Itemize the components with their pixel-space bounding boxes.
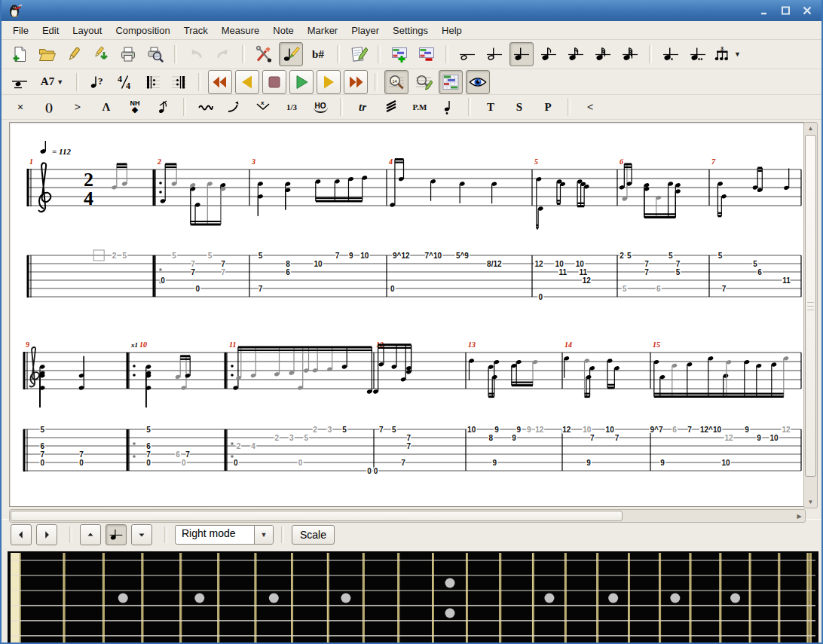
- tremolo-picking-button[interactable]: [378, 96, 404, 118]
- score-canvas[interactable]: = 1122412525770577035786107910409^127^10…: [9, 122, 804, 507]
- double-dotted-note-button[interactable]: [686, 42, 710, 66]
- accent-button[interactable]: >: [65, 96, 90, 118]
- titlebar[interactable]: [2, 0, 821, 21]
- open-file-button[interactable]: [35, 42, 59, 66]
- fretboard-panel[interactable]: [2, 550, 821, 644]
- export-button[interactable]: [89, 42, 113, 66]
- duration-whole-button[interactable]: [455, 42, 479, 66]
- duration-eighth-button[interactable]: [537, 42, 561, 66]
- staccato-button[interactable]: [436, 96, 461, 118]
- duration-button[interactable]: [106, 524, 127, 545]
- caret-duration-button[interactable]: [8, 70, 32, 94]
- menu-composition[interactable]: Composition: [109, 23, 176, 38]
- menu-marker[interactable]: Marker: [301, 23, 344, 38]
- menu-layout[interactable]: Layout: [66, 23, 109, 38]
- previous-button[interactable]: [235, 70, 259, 94]
- menu-edit[interactable]: Edit: [35, 23, 66, 38]
- stop-button[interactable]: [262, 70, 286, 94]
- mode-select[interactable]: Right mode ▼: [175, 525, 274, 545]
- heavy-accent-button[interactable]: Λ: [93, 96, 119, 118]
- svg-text:11: 11: [580, 268, 588, 276]
- natural-harmonic-button[interactable]: NH◆: [122, 96, 148, 118]
- menu-measure[interactable]: Measure: [215, 23, 267, 38]
- caret-right-button[interactable]: [36, 524, 57, 545]
- string-up-button[interactable]: [80, 524, 101, 545]
- repeat-close-button[interactable]: [167, 70, 191, 94]
- chevron-down-icon[interactable]: ▼: [254, 526, 273, 544]
- svg-text:0: 0: [234, 459, 238, 467]
- fade-in-button[interactable]: <: [577, 96, 603, 118]
- svg-text:6: 6: [620, 157, 623, 166]
- string-down-button[interactable]: [131, 524, 152, 545]
- remove-track-button[interactable]: [415, 42, 439, 66]
- add-track-button[interactable]: [387, 42, 412, 66]
- svg-text:2: 2: [237, 442, 241, 450]
- menu-player[interactable]: Player: [344, 23, 386, 38]
- tuplet-button[interactable]: 3▼: [713, 42, 742, 66]
- fretboard-visible-toggle[interactable]: [466, 70, 490, 94]
- svg-text:3: 3: [251, 157, 255, 166]
- vertical-scrollbar[interactable]: ▲ ——— ▼: [803, 122, 818, 508]
- horizontal-scrollbar[interactable]: ▶: [9, 509, 806, 523]
- svg-text:0: 0: [374, 467, 378, 475]
- vibrato-button[interactable]: [193, 96, 219, 118]
- vertical-scroll-thumb[interactable]: ———: [805, 135, 816, 477]
- new-file-button[interactable]: [8, 42, 32, 66]
- tempo-button[interactable]: ?: [86, 70, 110, 94]
- popping-button[interactable]: P: [535, 96, 561, 118]
- menu-note[interactable]: Note: [266, 23, 300, 38]
- svg-text:9: 9: [494, 426, 499, 434]
- print-button[interactable]: [116, 42, 140, 66]
- song-properties-button[interactable]: [347, 42, 371, 66]
- dotted-note-button[interactable]: [659, 42, 683, 66]
- go-first-button[interactable]: [208, 70, 232, 94]
- close-icon[interactable]: [799, 4, 815, 17]
- slapping-button[interactable]: S: [506, 96, 532, 118]
- print-preview-button[interactable]: [143, 42, 167, 66]
- horizontal-scroll-thumb[interactable]: [11, 511, 623, 521]
- caret-control-bar: Right mode ▼ Scale: [2, 519, 821, 550]
- menu-settings[interactable]: Settings: [386, 23, 435, 38]
- menu-file[interactable]: File: [6, 23, 35, 38]
- duration-sixtyfourth-button[interactable]: [618, 42, 642, 66]
- caret-left-button[interactable]: [11, 524, 32, 545]
- time-signature-button[interactable]: 44: [113, 70, 137, 94]
- bend-button[interactable]: [222, 96, 247, 118]
- ghost-note-button[interactable]: (): [36, 96, 62, 118]
- hammer-on-button[interactable]: HO: [307, 96, 333, 118]
- zoom-toggle[interactable]: 14: [384, 70, 408, 94]
- scroll-down-icon[interactable]: ▼: [804, 496, 817, 508]
- tools-button[interactable]: [252, 42, 276, 66]
- dead-note-button[interactable]: ×: [8, 96, 33, 118]
- note-editor-toggle[interactable]: [279, 42, 303, 66]
- play-button[interactable]: [289, 70, 314, 94]
- palm-mute-button[interactable]: P.M: [407, 96, 433, 118]
- custom-zoom-button[interactable]: [412, 70, 436, 94]
- save-button[interactable]: [62, 42, 86, 66]
- grace-note-button[interactable]: [151, 96, 176, 118]
- menu-help[interactable]: Help: [435, 23, 469, 38]
- maximize-icon[interactable]: [778, 4, 794, 17]
- scroll-right-icon[interactable]: ▶: [794, 510, 805, 522]
- slide-button[interactable]: 1/3: [279, 96, 304, 118]
- tapping-button[interactable]: T: [478, 96, 503, 118]
- duration-thirtysecond-button[interactable]: [591, 42, 615, 66]
- svg-text:0: 0: [367, 467, 372, 475]
- menu-track[interactable]: Track: [177, 23, 215, 38]
- svg-text:9: 9: [757, 434, 761, 442]
- duration-half-button[interactable]: [482, 42, 506, 66]
- chord-select-button[interactable]: A7▼: [35, 70, 69, 94]
- svg-text:5: 5: [208, 252, 213, 260]
- next-button[interactable]: [317, 70, 341, 94]
- scroll-up-icon[interactable]: ▲: [804, 123, 817, 134]
- matrix-editor-toggle[interactable]: [439, 70, 463, 94]
- repeat-open-button[interactable]: [140, 70, 164, 94]
- go-last-button[interactable]: [344, 70, 368, 94]
- accidental-toggle[interactable]: b#: [306, 42, 330, 66]
- duration-sixteenth-button[interactable]: [564, 42, 588, 66]
- scale-button[interactable]: Scale: [292, 525, 335, 545]
- minimize-icon[interactable]: [757, 4, 773, 17]
- tremolo-bar-button[interactable]: x: [250, 96, 276, 118]
- duration-quarter-button[interactable]: [509, 42, 534, 66]
- trill-button[interactable]: tr: [350, 96, 375, 118]
